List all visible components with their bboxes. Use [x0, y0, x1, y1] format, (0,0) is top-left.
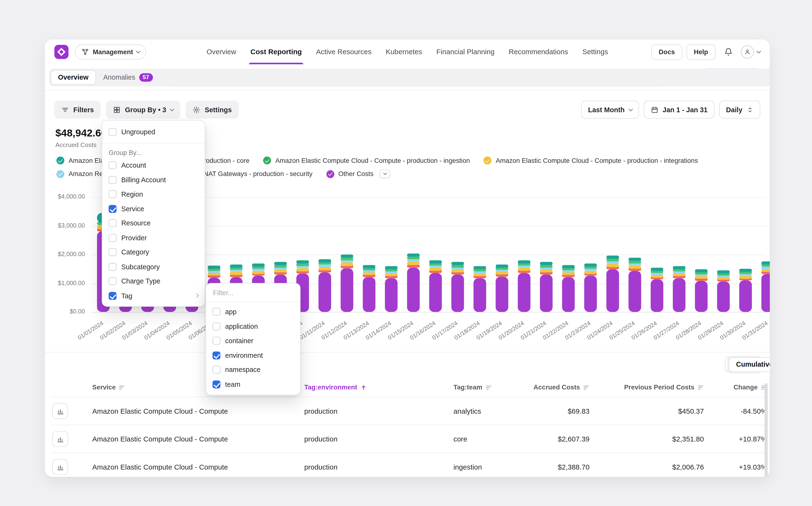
date-range-picker[interactable]: Jan 1 - Jan 31	[644, 101, 714, 119]
checkbox-unchecked-icon[interactable]	[109, 263, 117, 271]
tab-cumulative[interactable]: Cumulative	[729, 357, 770, 372]
legend-item-amazon-elastic-compute-cloud-compute-production-ingestion[interactable]: Amazon Elastic Compute Cloud - Compute -…	[263, 157, 470, 165]
menu-item-namespace[interactable]: namespace	[206, 362, 300, 377]
checkbox-unchecked-icon[interactable]	[109, 128, 117, 136]
tag-filter-input[interactable]	[206, 283, 300, 302]
workspace-switcher[interactable]: Management	[75, 45, 146, 60]
period-select[interactable]: Last Month	[581, 101, 639, 119]
menu-item-category[interactable]: Category	[102, 245, 205, 259]
settings-button[interactable]: Settings	[186, 101, 238, 119]
menu-item-ungrouped[interactable]: Ungrouped	[102, 124, 205, 140]
checkbox-unchecked-icon[interactable]	[109, 161, 117, 169]
chart-bar-01-26-2024[interactable]	[647, 197, 659, 312]
chart-bar-01-18-2024[interactable]	[469, 197, 482, 312]
checkbox-checked-icon[interactable]	[109, 292, 117, 300]
chart-bar-01-15-2024[interactable]	[403, 197, 416, 312]
granularity-select[interactable]: Daily	[719, 101, 760, 119]
menu-item-region[interactable]: Region	[102, 187, 205, 201]
menu-item-container[interactable]: container	[206, 334, 300, 348]
chart-bar-01-16-2024[interactable]	[425, 197, 438, 312]
nav-item-recommendations[interactable]: Recommendations	[509, 39, 568, 64]
nav-item-settings[interactable]: Settings	[582, 39, 608, 64]
chart-bar-01-13-2024[interactable]	[359, 197, 371, 312]
menu-item-app[interactable]: app	[206, 305, 300, 319]
menu-item-service[interactable]: Service	[102, 202, 205, 216]
checkbox-unchecked-icon[interactable]	[109, 277, 117, 285]
checkbox-unchecked-icon[interactable]	[109, 220, 117, 227]
docs-button[interactable]: Docs	[652, 44, 682, 60]
menu-item-team[interactable]: team	[206, 377, 300, 391]
checkbox-checked-icon[interactable]	[109, 205, 117, 213]
menu-item-resource[interactable]: Resource	[102, 216, 205, 231]
chart-bar-segment	[518, 260, 530, 263]
row-chart-button[interactable]	[52, 403, 68, 419]
menu-item-subcategory[interactable]: Subcategory	[102, 259, 205, 274]
mini-chart-icon	[56, 463, 64, 471]
nav-item-cost-reporting[interactable]: Cost Reporting	[250, 39, 302, 64]
checkbox-unchecked-icon[interactable]	[213, 337, 221, 345]
chart-bar-01-30-2024[interactable]	[735, 197, 748, 312]
calendar-icon	[651, 106, 658, 114]
tab-overview[interactable]: Overview	[51, 70, 96, 85]
menu-item-charge-type[interactable]: Charge Type	[102, 274, 205, 288]
checkbox-unchecked-icon[interactable]	[109, 176, 117, 184]
menu-item-tag[interactable]: Tag	[102, 288, 205, 303]
nav-item-overview[interactable]: Overview	[207, 39, 236, 64]
chart-bar-01-29-2024[interactable]	[713, 197, 726, 312]
help-button[interactable]: Help	[686, 44, 716, 60]
legend-caret-button[interactable]	[380, 170, 390, 178]
nav-item-financial-planning[interactable]: Financial Planning	[437, 39, 495, 64]
menu-item-billing-account[interactable]: Billing Account	[102, 173, 205, 187]
chart-bar-01-23-2024[interactable]	[580, 197, 593, 312]
column-header-previous-period-costs[interactable]: Previous Period Costs	[590, 384, 704, 391]
nav-item-kubernetes[interactable]: Kubernetes	[386, 39, 422, 64]
menu-item-application[interactable]: application	[206, 319, 300, 334]
chart-bar-01-21-2024[interactable]	[536, 197, 548, 312]
checkbox-unchecked-icon[interactable]	[109, 190, 117, 198]
checkbox-unchecked-icon[interactable]	[213, 322, 221, 330]
chart-bar-01-19-2024[interactable]	[492, 197, 504, 312]
menu-item-provider[interactable]: Provider	[102, 231, 205, 245]
legend-item-amazon-elastic-compute-cloud-compute-production-integrations[interactable]: Amazon Elastic Compute Cloud - Compute -…	[484, 157, 698, 165]
tab-anomalies[interactable]: Anomalies 57	[96, 70, 160, 85]
column-header-tag-environment[interactable]: Tag:environment	[304, 384, 453, 391]
chart-bar-01-17-2024[interactable]	[447, 197, 460, 312]
checkbox-checked-icon[interactable]	[213, 381, 221, 388]
chart-bar-01-12-2024[interactable]	[337, 197, 349, 312]
group-by-label: Group By • 3	[125, 106, 166, 114]
column-header-change[interactable]: Change	[704, 384, 767, 391]
legend-check-icon	[56, 170, 64, 178]
chart-bar-01-28-2024[interactable]	[691, 197, 704, 312]
chart-bar-01-14-2024[interactable]	[381, 197, 393, 312]
chart-bar-01-11-2024[interactable]	[314, 197, 327, 312]
legend-item-nat-gateways-production-security[interactable]: NAT Gateways - production - security	[192, 170, 312, 178]
chart-bar-01-22-2024[interactable]	[558, 197, 571, 312]
legend-item-other-costs[interactable]: Other Costs	[326, 170, 390, 178]
filters-button[interactable]: Filters	[54, 101, 100, 119]
chevron-right-icon	[194, 293, 199, 298]
checkbox-unchecked-icon[interactable]	[213, 308, 221, 316]
chart-bar-segment	[274, 269, 287, 273]
table-controls: % $ Cumulative By Date	[725, 356, 760, 372]
notifications-button[interactable]	[720, 44, 736, 60]
menu-item-environment[interactable]: environment	[206, 348, 300, 362]
column-header-accrued-costs[interactable]: Accrued Costs	[526, 384, 590, 391]
account-menu-button[interactable]	[741, 45, 760, 59]
chart-bar-01-27-2024[interactable]	[668, 197, 681, 312]
app-logo[interactable]	[54, 45, 68, 59]
checkbox-unchecked-icon[interactable]	[213, 366, 221, 374]
checkbox-unchecked-icon[interactable]	[109, 234, 117, 242]
row-chart-button[interactable]	[52, 431, 68, 447]
column-header-tag-team[interactable]: Tag:team	[453, 384, 526, 391]
menu-item-account[interactable]: Account	[102, 158, 205, 172]
chart-bar-01-31-2024[interactable]	[757, 197, 770, 312]
chart-bar-01-20-2024[interactable]	[514, 197, 526, 312]
checkbox-unchecked-icon[interactable]	[109, 248, 117, 256]
row-chart-button[interactable]	[52, 459, 68, 475]
group-by-button[interactable]: Group By • 3	[106, 101, 180, 119]
chart-bar-01-25-2024[interactable]	[624, 197, 637, 312]
nav-item-active-resources[interactable]: Active Resources	[316, 39, 371, 64]
chart-bar-01-24-2024[interactable]	[602, 197, 615, 312]
table-scrollbar[interactable]	[764, 383, 767, 477]
checkbox-checked-icon[interactable]	[213, 351, 221, 359]
